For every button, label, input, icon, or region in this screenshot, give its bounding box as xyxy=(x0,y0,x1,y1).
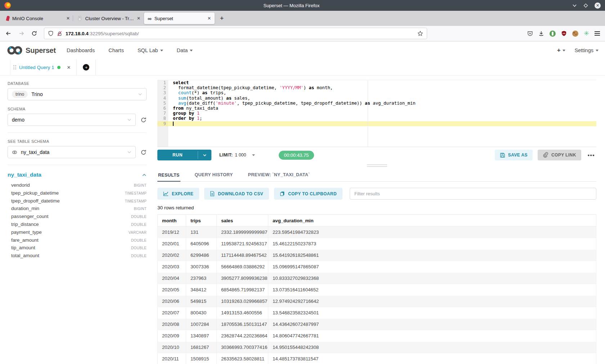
code-line[interactable]: from ny_taxi_data xyxy=(168,106,596,111)
column-header-trips[interactable]: trips xyxy=(186,215,217,227)
drag-handle-icon[interactable] xyxy=(13,65,16,69)
code-line[interactable]: count(*) as trips, xyxy=(168,90,596,95)
collapse-table-icon[interactable] xyxy=(142,173,147,177)
column-name: tpep_pickup_datetime xyxy=(11,190,59,196)
schema-label: SCHEMA xyxy=(8,107,147,111)
column-row[interactable]: tpep_dropoff_datetimeTIMESTAMP xyxy=(8,198,147,206)
table-cell: 14.950155448242308 xyxy=(268,342,596,353)
tracking-shield-icon[interactable] xyxy=(48,31,54,36)
sql-editor[interactable]: 123456789 select format_datetime(tpep_pi… xyxy=(157,80,596,147)
superset-logo[interactable]: Superset xyxy=(6,45,56,55)
line-number: 4 xyxy=(157,96,168,101)
close-window-icon[interactable]: ✕ xyxy=(595,3,601,9)
table-cell: 2020/06 xyxy=(158,296,186,307)
extension-green-icon[interactable] xyxy=(550,31,556,37)
bookmark-star-icon[interactable] xyxy=(417,31,423,36)
tab-preview-ny-taxi-data[interactable]: PREVIEW: `NY_TAXI_DATA` xyxy=(247,172,311,181)
nav-charts[interactable]: Charts xyxy=(108,47,124,53)
editor-gutter: 123456789 xyxy=(157,80,168,147)
browser-toolbar: 172.18.0.4:32295/superset/sqllab/ UO ✳ xyxy=(0,26,605,41)
maximize-icon[interactable] xyxy=(583,3,588,8)
cookie-extension-icon[interactable] xyxy=(572,31,578,37)
superset-infinity-icon: ∞ xyxy=(148,16,152,21)
database-select[interactable]: trino Trino xyxy=(8,88,147,100)
browser-tab-superset[interactable]: ∞ Superset ✕ xyxy=(144,13,215,24)
table-cell: 23628744.220236864 xyxy=(217,330,268,342)
svg-text:UO: UO xyxy=(563,32,565,35)
column-row[interactable]: duration_minBIGINT xyxy=(8,206,147,214)
column-row[interactable]: payment_typeVARCHAR xyxy=(8,229,147,237)
refresh-table-icon[interactable] xyxy=(140,149,147,155)
close-query-tab-icon[interactable]: ✕ xyxy=(67,65,71,70)
column-row[interactable]: fare_amountDOUBLE xyxy=(8,237,147,245)
table-cell: 30366993.700377416 xyxy=(217,342,268,353)
more-options-icon[interactable]: ••• xyxy=(586,152,596,158)
refresh-schema-icon[interactable] xyxy=(140,117,147,123)
nav-sql-lab[interactable]: SQL Lab xyxy=(138,47,163,53)
column-row[interactable]: vendoridBIGINT xyxy=(8,182,147,190)
tab-close-icon[interactable]: ✕ xyxy=(66,16,70,21)
database-engine-badge: trino xyxy=(12,91,28,98)
editor-code[interactable]: select format_datetime(tpep_pickup_datet… xyxy=(168,80,596,147)
add-new-button[interactable]: + xyxy=(557,47,565,54)
run-options-chevron-icon[interactable] xyxy=(198,150,211,160)
url-bar[interactable]: 172.18.0.4:32295/superset/sqllab/ xyxy=(44,28,427,39)
limit-dropdown[interactable]: LIMIT: 1 000 xyxy=(219,153,255,158)
tab-query-history[interactable]: QUERY HISTORY xyxy=(194,172,234,181)
browser-tab-minio[interactable]: MinIO Console ✕ xyxy=(3,13,73,24)
reload-icon[interactable] xyxy=(30,29,39,38)
query-tab[interactable]: Untitled Query 1 ✕ xyxy=(10,59,77,75)
superset-infinity-logo-icon xyxy=(6,45,23,55)
insecure-lock-icon[interactable] xyxy=(57,31,62,36)
extension-asterisk-icon[interactable]: ✳ xyxy=(584,30,589,37)
column-header-month[interactable]: month xyxy=(158,215,186,227)
tab-results[interactable]: RESULTS xyxy=(157,173,180,182)
save-as-button[interactable]: SAVE AS xyxy=(495,150,533,160)
column-row[interactable]: tip_amountDOUBLE xyxy=(8,245,147,253)
filter-results-input[interactable] xyxy=(350,188,596,200)
pocket-icon[interactable] xyxy=(527,31,533,36)
table-select[interactable]: ny_taxi_data xyxy=(8,146,136,158)
table-schema-name[interactable]: ny_taxi_data xyxy=(8,172,41,178)
pane-resize-handle-icon[interactable] xyxy=(367,164,387,167)
column-row[interactable]: trip_distanceDOUBLE xyxy=(8,222,147,229)
nav-data[interactable]: Data xyxy=(177,47,193,53)
forward-icon[interactable] xyxy=(17,29,26,38)
copy-link-button[interactable]: COPY LINK xyxy=(538,150,581,160)
run-button[interactable]: RUN xyxy=(157,150,211,160)
column-header-sales[interactable]: sales xyxy=(217,215,268,227)
ublock-shield-icon[interactable]: UO xyxy=(561,31,567,36)
explore-button[interactable]: EXPLORE xyxy=(157,188,199,200)
copy-to-clipboard-button[interactable]: COPY TO CLIPBOARD xyxy=(274,188,342,200)
table-row: 2020/03300733656664869.0388629215.096995… xyxy=(158,261,596,273)
schema-select[interactable]: demo xyxy=(8,114,136,126)
menu-hamburger-icon[interactable] xyxy=(595,31,600,36)
nav-dashboards[interactable]: Dashboards xyxy=(67,47,95,53)
back-icon[interactable] xyxy=(4,29,13,38)
add-query-tab-button[interactable]: + xyxy=(83,64,89,70)
download-csv-button[interactable]: DOWNLOAD TO CSV xyxy=(204,188,269,200)
tab-close-icon[interactable]: ✕ xyxy=(207,16,211,21)
code-line[interactable]: sum(total_amount) as sales, xyxy=(168,96,596,101)
tab-close-icon[interactable]: ✕ xyxy=(137,16,140,21)
column-row[interactable]: total_amountDOUBLE xyxy=(8,253,147,261)
downloads-icon[interactable] xyxy=(538,31,544,36)
code-line[interactable]: group by 1 xyxy=(168,111,596,116)
code-line[interactable] xyxy=(168,121,596,126)
minimize-icon[interactable] xyxy=(572,3,577,8)
table-row: 2019/121312332.1899999999987223.59541984… xyxy=(158,227,596,238)
column-header-avg_duration_min[interactable]: avg_duration_min xyxy=(268,215,596,227)
code-line[interactable]: format_datetime(tpep_pickup_datetime, 'Y… xyxy=(168,85,596,90)
settings-menu[interactable]: Settings xyxy=(575,47,599,53)
column-list: vendoridBIGINTtpep_pickup_datetimeTIMEST… xyxy=(8,182,147,261)
table-row: 2020/11150891526335623.5802881114.485173… xyxy=(158,353,596,364)
browser-tab-trino[interactable]: Cluster Overview - Trino ✕ xyxy=(73,13,144,24)
code-line[interactable]: order by 1; xyxy=(168,116,596,121)
new-tab-button[interactable]: + xyxy=(217,13,227,23)
editor-toolbar: RUN LIMIT: 1 000 00:00:43.75 SAVE AS xyxy=(157,147,596,163)
code-line[interactable]: select xyxy=(168,80,596,85)
column-row[interactable]: passenger_countDOUBLE xyxy=(8,214,147,222)
column-row[interactable]: tpep_pickup_datetimeTIMESTAMP xyxy=(8,190,147,198)
url-text[interactable]: 172.18.0.4:32295/superset/sqllab/ xyxy=(66,31,139,36)
code-line[interactable]: avg(date_diff('minute', tpep_pickup_date… xyxy=(168,101,596,106)
